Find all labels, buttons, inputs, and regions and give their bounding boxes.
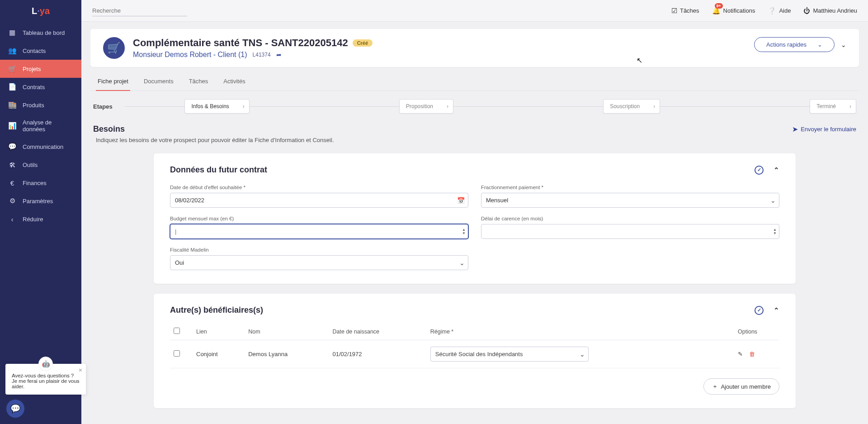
topbar-label: Aide (779, 7, 791, 14)
main: 🛒 Complémentaire santé TNS - SANT2202051… (81, 22, 868, 424)
step-proposition[interactable]: Proposition› (399, 99, 453, 114)
select-all-checkbox[interactable] (174, 328, 180, 334)
fractionnement-select[interactable] (481, 193, 779, 208)
project-title-row: Complémentaire santé TNS - SANT220205142… (133, 37, 754, 49)
spinner-icon[interactable]: ▲▼ (773, 228, 777, 235)
add-member-label: Ajouter un membre (721, 383, 771, 390)
col-lien: Lien (193, 323, 245, 340)
notifications-badge: 9+ (715, 3, 723, 9)
dashboard-icon: ▦ (8, 29, 16, 37)
step-infos-besoins[interactable]: Infos & Besoins› (184, 99, 249, 114)
topbar-notifications[interactable]: 9+ 🔔Notifications (712, 7, 755, 15)
close-icon[interactable]: × (79, 367, 82, 374)
steps-label: Etapes (93, 103, 125, 110)
nav-label: Paramètres (23, 198, 53, 205)
logo-l: L (32, 6, 37, 16)
nav-communication[interactable]: 💬Communication (0, 138, 81, 156)
send-icon: ➤ (792, 125, 798, 133)
delai-input[interactable] (481, 224, 779, 239)
search-input[interactable] (92, 5, 187, 16)
besoins-desc: Indiquez les besoins de votre prospect p… (90, 134, 859, 143)
spinner-icon[interactable]: ▲▼ (462, 228, 466, 235)
topbar: ☑Tâches 9+ 🔔Notifications ❔Aide ⏻Matthie… (81, 0, 868, 22)
nav-dashboard[interactable]: ▦Tableau de bord (0, 24, 81, 42)
nav-projets[interactable]: 🛒Projets (0, 60, 81, 78)
contacts-icon: 👥 (8, 47, 16, 55)
nav-contacts[interactable]: 👥Contacts (0, 42, 81, 60)
tab-fiche-projet[interactable]: Fiche projet (96, 73, 130, 91)
checkbox-icon: ☑ (671, 7, 677, 15)
col-nom: Nom (245, 323, 329, 340)
chart-icon: 📊 (8, 122, 16, 130)
fiscalite-select[interactable] (170, 255, 468, 270)
check-circle-icon: ✓ (755, 166, 764, 175)
collapse-icon[interactable]: ⌃ (774, 166, 779, 174)
topbar-tasks[interactable]: ☑Tâches (671, 7, 699, 15)
quick-actions-button[interactable]: Actions rapides ⌄ (754, 37, 835, 52)
chat-avatar-icon: 🤖 (38, 357, 53, 371)
field-label: Fractionnement paiement * (481, 185, 779, 190)
client-id: L41374 (253, 52, 271, 58)
card-head-icons: ✓ ⌃ (755, 166, 779, 175)
project-title: Complémentaire santé TNS - SANT220205142 (133, 37, 348, 49)
nav-label: Analyse de données (23, 119, 73, 133)
nav-reduire[interactable]: ‹Réduire (0, 210, 81, 228)
nav-analyse[interactable]: 📊Analyse de données (0, 114, 81, 138)
collapse-icon[interactable]: ⌃ (774, 306, 779, 314)
topbar-help[interactable]: ❔Aide (768, 7, 791, 15)
nav-label: Finances (23, 180, 47, 186)
check-circle-icon: ✓ (755, 306, 764, 315)
topbar-label: Tâches (680, 7, 699, 14)
logo-y: y (40, 6, 45, 16)
share-icon[interactable]: ➦ (276, 51, 282, 58)
regime-select[interactable]: Sécurité Social des Indépendants (430, 347, 589, 362)
nav-label: Communication (23, 143, 63, 150)
field-fractionnement: Fractionnement paiement * ⌄ (481, 185, 779, 208)
status-badge: Créé (353, 39, 373, 47)
nav-finances[interactable]: €Finances (0, 174, 81, 192)
col-regime: Régime * (427, 323, 734, 340)
expand-icon[interactable]: ⌄ (841, 41, 846, 48)
project-type-icon: 🛒 (103, 37, 125, 59)
delete-icon[interactable]: 🗑 (749, 351, 755, 357)
steps-line: Infos & Besoins› Proposition› Souscripti… (125, 99, 856, 114)
send-form-link[interactable]: ➤ Envoyer le formulaire (792, 125, 856, 133)
cell-nom: Demos Lyanna (245, 340, 329, 368)
step-termine[interactable]: Terminé› (810, 99, 856, 114)
cell-dob: 01/02/1972 (329, 340, 427, 368)
edit-icon[interactable]: ✎ (738, 351, 743, 357)
project-tabs: Fiche projet Documents Tâches Activités (90, 73, 859, 91)
form-grid: Date de début d'effet souhaitée * 📅 Frac… (170, 185, 779, 270)
tab-documents[interactable]: Documents (142, 73, 175, 91)
nav-label: Contacts (23, 48, 46, 54)
field-label: Délai de carence (en mois) (481, 216, 779, 221)
nav-label: Outils (23, 162, 38, 168)
besoins-title: Besoins (93, 124, 125, 134)
tab-activites[interactable]: Activités (222, 73, 247, 91)
gear-icon: ⚙ (8, 197, 16, 205)
col-options: Options (734, 323, 779, 340)
nav-produits[interactable]: 🏬Produits (0, 96, 81, 114)
tab-taches[interactable]: Tâches (187, 73, 210, 91)
table-row: Conjoint Demos Lyanna 01/02/1972 Sécurit… (170, 340, 779, 368)
topbar-user[interactable]: ⏻Matthieu Andrieu (803, 7, 857, 14)
card-head-icons: ✓ ⌃ (755, 306, 779, 315)
power-icon: ⏻ (803, 7, 810, 14)
nav-outils[interactable]: 🛠Outils (0, 156, 81, 174)
card-title: Autre(s) bénéficiaires(s) (170, 305, 263, 315)
nav-label: Produits (23, 102, 44, 109)
field-label: Budget mensuel max (en €) (170, 216, 468, 221)
nav-contrats[interactable]: 📄Contrats (0, 78, 81, 96)
chevron-right-icon: › (243, 103, 245, 110)
client-link[interactable]: Monsieur Demos Robert - Client (1) (133, 51, 247, 59)
nav-parametres[interactable]: ⚙Paramètres (0, 192, 81, 210)
budget-input[interactable] (170, 224, 468, 239)
add-member-button[interactable]: ＋ Ajouter un membre (703, 378, 779, 395)
field-budget: Budget mensuel max (en €) ▲▼ (170, 216, 468, 239)
topbar-label: Matthieu Andrieu (813, 7, 857, 14)
date-input[interactable] (170, 193, 468, 208)
step-souscription[interactable]: Souscription› (603, 99, 660, 114)
row-checkbox[interactable] (174, 350, 180, 357)
chat-bubble[interactable]: 💬 (6, 400, 24, 418)
chevron-down-icon: ⌄ (817, 41, 822, 48)
